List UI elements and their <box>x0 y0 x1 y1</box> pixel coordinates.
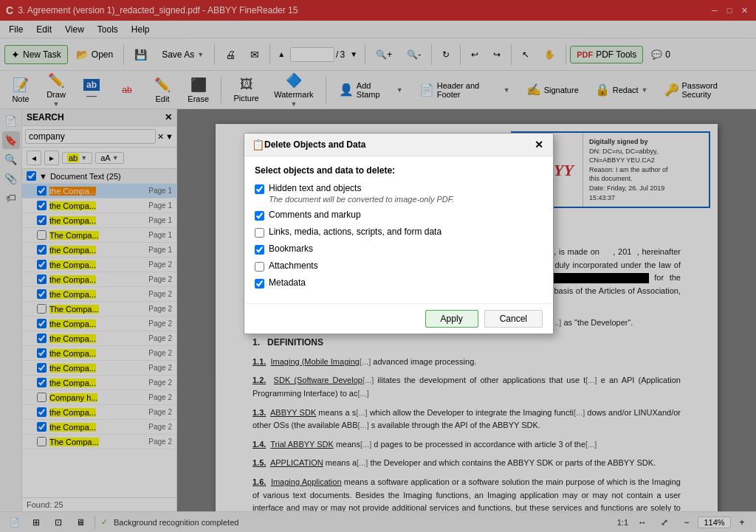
dialog-option-metadata: Metadata <box>255 277 543 289</box>
metadata-checkbox[interactable] <box>255 279 264 289</box>
attachments-label: Attachments <box>269 260 318 271</box>
dialog-close-button[interactable]: ✕ <box>532 138 546 151</box>
bookmarks-checkbox[interactable] <box>255 245 264 255</box>
metadata-label: Metadata <box>269 277 306 288</box>
dialog-footer: Apply Cancel <box>244 303 553 334</box>
dialog-icon: 📋 <box>252 139 264 151</box>
comments-checkbox[interactable] <box>255 211 264 221</box>
dialog-option-hidden-text: Hidden text and objects The document wil… <box>255 183 543 204</box>
dialog-title: Delete Objects and Data <box>264 139 365 150</box>
dialog-option-comments: Comments and markup <box>255 210 543 221</box>
dialog-label: Select objects and data to delete: <box>255 165 543 176</box>
comments-label: Comments and markup <box>269 210 361 220</box>
bookmarks-label: Bookmarks <box>269 243 313 254</box>
apply-button[interactable]: Apply <box>425 310 478 328</box>
hidden-text-sub: The document will be converted to image-… <box>269 195 454 204</box>
attachments-checkbox[interactable] <box>255 262 264 272</box>
delete-objects-dialog: 📋 Delete Objects and Data ✕ Select objec… <box>244 133 554 334</box>
dialog-option-bookmarks: Bookmarks <box>255 243 543 255</box>
dialog-body: Select objects and data to delete: Hidde… <box>244 156 553 303</box>
dialog-titlebar: 📋 Delete Objects and Data ✕ <box>244 134 553 156</box>
links-checkbox[interactable] <box>255 228 264 238</box>
dialog-option-links: Links, media, actions, scripts, and form… <box>255 227 543 238</box>
dialog-overlay: 📋 Delete Objects and Data ✕ Select objec… <box>0 0 756 532</box>
cancel-button[interactable]: Cancel <box>484 310 543 328</box>
hidden-text-checkbox[interactable] <box>255 184 264 194</box>
dialog-option-attachments: Attachments <box>255 260 543 272</box>
hidden-text-label: Hidden text and objects <box>269 183 361 193</box>
links-label: Links, media, actions, scripts, and form… <box>269 227 441 237</box>
